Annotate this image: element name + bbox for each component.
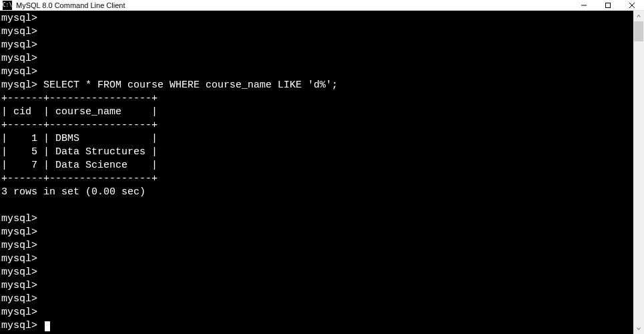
- scroll-track[interactable]: [633, 21, 644, 323]
- terminal-wrap: mysql> mysql> mysql> mysql> mysql> mysql…: [0, 11, 644, 334]
- table-row: | 5 | Data Structures |: [1, 146, 157, 158]
- scrollbar[interactable]: [633, 11, 644, 334]
- close-icon: [629, 2, 635, 9]
- prompt: mysql>: [1, 39, 37, 51]
- prompt: mysql>: [1, 66, 37, 77]
- maximize-button[interactable]: [596, 0, 620, 10]
- prompt: mysql>: [1, 26, 37, 37]
- prompt: mysql>: [1, 213, 37, 224]
- cursor: [45, 321, 50, 331]
- table-header: | cid | course_name |: [1, 106, 157, 118]
- prompt: mysql>: [1, 267, 37, 278]
- window-title: MySQL 8.0 Command Line Client: [16, 1, 125, 9]
- table-row: | 1 | DBMS |: [1, 133, 157, 144]
- prompt: mysql>: [1, 79, 37, 91]
- app-icon: C:\: [3, 1, 12, 10]
- prompt: mysql>: [1, 53, 37, 64]
- table-row: | 7 | Data Science |: [1, 160, 157, 171]
- table-border: +------+-----------------+: [1, 173, 157, 184]
- close-button[interactable]: [620, 0, 644, 10]
- prompt: mysql>: [1, 13, 37, 24]
- prompt: mysql>: [1, 253, 37, 265]
- terminal[interactable]: mysql> mysql> mysql> mysql> mysql> mysql…: [0, 11, 633, 334]
- prompt: mysql>: [1, 280, 37, 291]
- table-border: +------+-----------------+: [1, 93, 157, 104]
- scroll-up-arrow-icon[interactable]: [633, 11, 644, 21]
- result-summary: 3 rows in set (0.00 sec): [1, 186, 145, 198]
- minimize-icon: [581, 2, 587, 9]
- svg-rect-1: [606, 3, 611, 7]
- sql-query: SELECT * FROM course WHERE course_name L…: [43, 79, 338, 91]
- scroll-down-arrow-icon[interactable]: [633, 323, 644, 334]
- table-border: +------+-----------------+: [1, 120, 157, 131]
- prompt: mysql>: [1, 307, 37, 318]
- prompt: mysql>: [1, 293, 37, 305]
- prompt: mysql>: [1, 240, 37, 251]
- prompt: mysql>: [1, 226, 37, 238]
- minimize-button[interactable]: [572, 0, 596, 10]
- titlebar: C:\ MySQL 8.0 Command Line Client: [0, 0, 644, 11]
- window-controls: [572, 0, 644, 10]
- maximize-icon: [605, 2, 611, 9]
- prompt: mysql>: [1, 320, 37, 331]
- scroll-thumb[interactable]: [634, 21, 643, 41]
